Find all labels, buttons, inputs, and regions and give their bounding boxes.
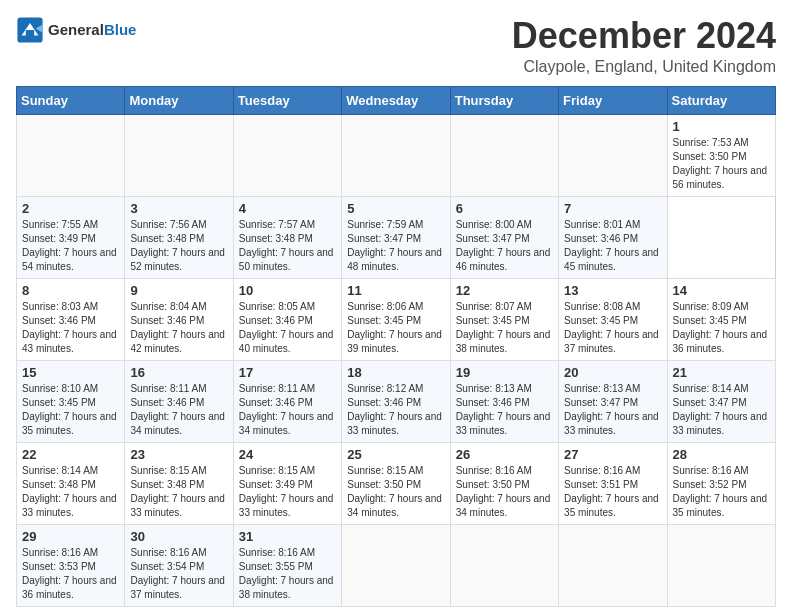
day-cell: 29Sunrise: 8:16 AMSunset: 3:53 PMDayligh…	[17, 524, 125, 606]
day-info: Sunrise: 8:16 AMSunset: 3:53 PMDaylight:…	[22, 546, 119, 602]
page-header: GeneralBlue December 2024 Claypole, Engl…	[16, 16, 776, 76]
day-info: Sunrise: 7:53 AMSunset: 3:50 PMDaylight:…	[673, 136, 770, 192]
day-number: 4	[239, 201, 336, 216]
day-number: 14	[673, 283, 770, 298]
day-cell: 20Sunrise: 8:13 AMSunset: 3:47 PMDayligh…	[559, 360, 667, 442]
day-info: Sunrise: 7:57 AMSunset: 3:48 PMDaylight:…	[239, 218, 336, 274]
day-info: Sunrise: 8:14 AMSunset: 3:48 PMDaylight:…	[22, 464, 119, 520]
day-cell: 25Sunrise: 8:15 AMSunset: 3:50 PMDayligh…	[342, 442, 450, 524]
header-sunday: Sunday	[17, 86, 125, 114]
day-cell: 16Sunrise: 8:11 AMSunset: 3:46 PMDayligh…	[125, 360, 233, 442]
day-info: Sunrise: 7:56 AMSunset: 3:48 PMDaylight:…	[130, 218, 227, 274]
day-info: Sunrise: 8:08 AMSunset: 3:45 PMDaylight:…	[564, 300, 661, 356]
day-info: Sunrise: 8:15 AMSunset: 3:50 PMDaylight:…	[347, 464, 444, 520]
calendar-week-row: 15Sunrise: 8:10 AMSunset: 3:45 PMDayligh…	[17, 360, 776, 442]
day-cell: 26Sunrise: 8:16 AMSunset: 3:50 PMDayligh…	[450, 442, 558, 524]
day-cell: 22Sunrise: 8:14 AMSunset: 3:48 PMDayligh…	[17, 442, 125, 524]
day-number: 19	[456, 365, 553, 380]
day-info: Sunrise: 8:16 AMSunset: 3:51 PMDaylight:…	[564, 464, 661, 520]
day-cell: 21Sunrise: 8:14 AMSunset: 3:47 PMDayligh…	[667, 360, 775, 442]
title-area: December 2024 Claypole, England, United …	[512, 16, 776, 76]
page-subtitle: Claypole, England, United Kingdom	[512, 58, 776, 76]
day-cell: 11Sunrise: 8:06 AMSunset: 3:45 PMDayligh…	[342, 278, 450, 360]
empty-day-cell	[342, 114, 450, 196]
calendar-header-row: SundayMondayTuesdayWednesdayThursdayFrid…	[17, 86, 776, 114]
day-number: 9	[130, 283, 227, 298]
day-cell: 30Sunrise: 8:16 AMSunset: 3:54 PMDayligh…	[125, 524, 233, 606]
empty-day-cell	[17, 114, 125, 196]
day-cell: 19Sunrise: 8:13 AMSunset: 3:46 PMDayligh…	[450, 360, 558, 442]
page-title: December 2024	[512, 16, 776, 56]
day-number: 21	[673, 365, 770, 380]
day-cell: 2Sunrise: 7:55 AMSunset: 3:49 PMDaylight…	[17, 196, 125, 278]
day-cell: 27Sunrise: 8:16 AMSunset: 3:51 PMDayligh…	[559, 442, 667, 524]
day-number: 8	[22, 283, 119, 298]
day-info: Sunrise: 8:07 AMSunset: 3:45 PMDaylight:…	[456, 300, 553, 356]
day-cell: 15Sunrise: 8:10 AMSunset: 3:45 PMDayligh…	[17, 360, 125, 442]
header-thursday: Thursday	[450, 86, 558, 114]
day-cell: 17Sunrise: 8:11 AMSunset: 3:46 PMDayligh…	[233, 360, 341, 442]
calendar-week-row: 29Sunrise: 8:16 AMSunset: 3:53 PMDayligh…	[17, 524, 776, 606]
day-info: Sunrise: 8:11 AMSunset: 3:46 PMDaylight:…	[130, 382, 227, 438]
day-info: Sunrise: 7:59 AMSunset: 3:47 PMDaylight:…	[347, 218, 444, 274]
day-number: 16	[130, 365, 227, 380]
day-number: 12	[456, 283, 553, 298]
calendar-week-row: 1Sunrise: 7:53 AMSunset: 3:50 PMDaylight…	[17, 114, 776, 196]
day-number: 17	[239, 365, 336, 380]
day-info: Sunrise: 8:15 AMSunset: 3:48 PMDaylight:…	[130, 464, 227, 520]
day-info: Sunrise: 8:04 AMSunset: 3:46 PMDaylight:…	[130, 300, 227, 356]
day-cell: 6Sunrise: 8:00 AMSunset: 3:47 PMDaylight…	[450, 196, 558, 278]
day-info: Sunrise: 8:16 AMSunset: 3:55 PMDaylight:…	[239, 546, 336, 602]
day-cell: 23Sunrise: 8:15 AMSunset: 3:48 PMDayligh…	[125, 442, 233, 524]
day-info: Sunrise: 8:05 AMSunset: 3:46 PMDaylight:…	[239, 300, 336, 356]
day-cell: 4Sunrise: 7:57 AMSunset: 3:48 PMDaylight…	[233, 196, 341, 278]
day-number: 15	[22, 365, 119, 380]
logo-icon	[16, 16, 44, 44]
empty-day-cell	[125, 114, 233, 196]
day-number: 10	[239, 283, 336, 298]
day-number: 24	[239, 447, 336, 462]
day-info: Sunrise: 7:55 AMSunset: 3:49 PMDaylight:…	[22, 218, 119, 274]
calendar-week-row: 22Sunrise: 8:14 AMSunset: 3:48 PMDayligh…	[17, 442, 776, 524]
day-info: Sunrise: 8:14 AMSunset: 3:47 PMDaylight:…	[673, 382, 770, 438]
logo-text-general: General	[48, 21, 104, 38]
day-number: 18	[347, 365, 444, 380]
empty-day-cell	[450, 114, 558, 196]
day-number: 3	[130, 201, 227, 216]
day-cell: 10Sunrise: 8:05 AMSunset: 3:46 PMDayligh…	[233, 278, 341, 360]
day-number: 5	[347, 201, 444, 216]
day-number: 29	[22, 529, 119, 544]
day-cell: 13Sunrise: 8:08 AMSunset: 3:45 PMDayligh…	[559, 278, 667, 360]
day-cell: 24Sunrise: 8:15 AMSunset: 3:49 PMDayligh…	[233, 442, 341, 524]
logo: GeneralBlue	[16, 16, 136, 44]
empty-day-cell	[342, 524, 450, 606]
day-cell: 1Sunrise: 7:53 AMSunset: 3:50 PMDaylight…	[667, 114, 775, 196]
day-cell: 12Sunrise: 8:07 AMSunset: 3:45 PMDayligh…	[450, 278, 558, 360]
day-info: Sunrise: 8:03 AMSunset: 3:46 PMDaylight:…	[22, 300, 119, 356]
header-monday: Monday	[125, 86, 233, 114]
empty-day-cell	[559, 524, 667, 606]
calendar-table: SundayMondayTuesdayWednesdayThursdayFrid…	[16, 86, 776, 607]
day-number: 23	[130, 447, 227, 462]
day-cell: 7Sunrise: 8:01 AMSunset: 3:46 PMDaylight…	[559, 196, 667, 278]
empty-day-cell	[559, 114, 667, 196]
day-number: 28	[673, 447, 770, 462]
day-info: Sunrise: 8:11 AMSunset: 3:46 PMDaylight:…	[239, 382, 336, 438]
day-number: 11	[347, 283, 444, 298]
day-cell: 3Sunrise: 7:56 AMSunset: 3:48 PMDaylight…	[125, 196, 233, 278]
day-cell: 8Sunrise: 8:03 AMSunset: 3:46 PMDaylight…	[17, 278, 125, 360]
day-cell: 9Sunrise: 8:04 AMSunset: 3:46 PMDaylight…	[125, 278, 233, 360]
header-wednesday: Wednesday	[342, 86, 450, 114]
day-info: Sunrise: 8:09 AMSunset: 3:45 PMDaylight:…	[673, 300, 770, 356]
day-info: Sunrise: 8:16 AMSunset: 3:54 PMDaylight:…	[130, 546, 227, 602]
svg-rect-2	[26, 30, 34, 37]
day-number: 26	[456, 447, 553, 462]
empty-day-cell	[667, 524, 775, 606]
day-info: Sunrise: 8:16 AMSunset: 3:50 PMDaylight:…	[456, 464, 553, 520]
day-cell: 31Sunrise: 8:16 AMSunset: 3:55 PMDayligh…	[233, 524, 341, 606]
day-number: 7	[564, 201, 661, 216]
calendar-week-row: 8Sunrise: 8:03 AMSunset: 3:46 PMDaylight…	[17, 278, 776, 360]
day-info: Sunrise: 8:01 AMSunset: 3:46 PMDaylight:…	[564, 218, 661, 274]
day-number: 20	[564, 365, 661, 380]
day-info: Sunrise: 8:15 AMSunset: 3:49 PMDaylight:…	[239, 464, 336, 520]
